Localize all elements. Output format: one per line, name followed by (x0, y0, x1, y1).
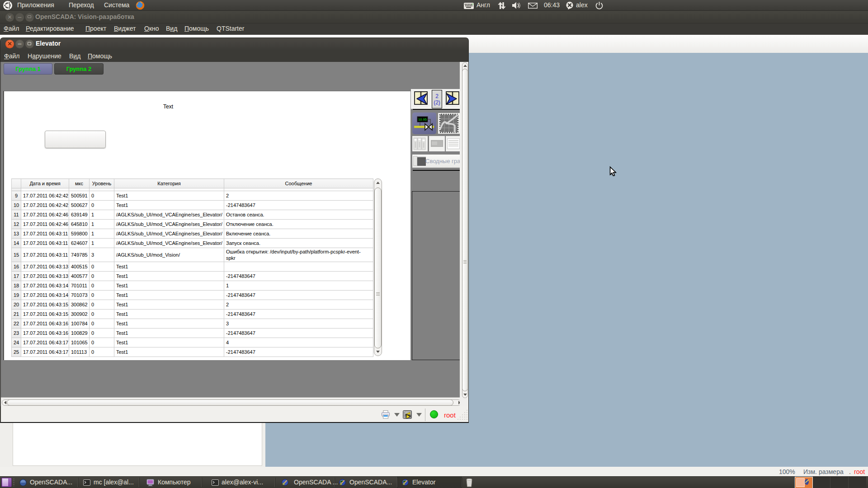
svg-text:10.95: 10.95 (418, 117, 427, 122)
